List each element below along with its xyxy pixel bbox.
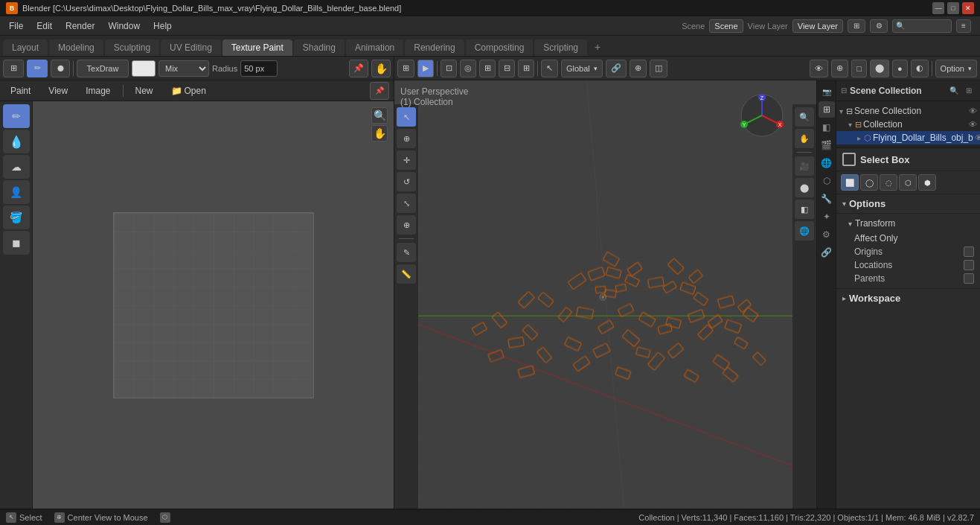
grid-btn[interactable]: ⊞ — [518, 60, 534, 77]
minimize-button[interactable]: — — [932, 2, 944, 14]
draw-tool-active[interactable]: ✏ — [27, 60, 48, 77]
pin-image-btn[interactable]: 📌 — [370, 82, 389, 100]
viewport-shading-wire[interactable]: □ — [851, 60, 867, 77]
locations-checkbox[interactable] — [964, 260, 974, 270]
rotate-tool[interactable]: ↺ — [397, 172, 416, 191]
transform-tool[interactable]: ⊕ — [397, 215, 416, 235]
options-header[interactable]: ▾ Options — [836, 194, 980, 214]
tab-uv-editing[interactable]: UV Editing — [161, 39, 221, 56]
image-menu[interactable]: Image — [80, 84, 116, 98]
select-box-icon-btn[interactable]: ⬜ — [841, 174, 859, 191]
viewport-3d[interactable]: ↖ ⊕ ✛ ↺ ⤡ ⊕ ✎ 📏 🔍 ✋ 🎥 ⬤ ◧ — [394, 80, 816, 509]
scene-properties-icon[interactable]: 🎬 — [819, 137, 835, 153]
render-properties-icon[interactable]: 📷 — [819, 83, 835, 100]
select-circle-btn[interactable]: ◯ — [860, 174, 878, 191]
viewport-shading-material[interactable]: ● — [892, 60, 908, 77]
origins-checkbox[interactable] — [964, 246, 974, 257]
view-layer-icon[interactable]: ◧ — [819, 119, 835, 136]
transform-header[interactable]: ▾ Transform — [848, 217, 974, 230]
particles-properties-icon[interactable]: ✦ — [819, 209, 835, 225]
collection-row[interactable]: ▾ ⊟ Collection 👁 — [836, 118, 980, 131]
outliner-options-btn[interactable]: ⊞ — [962, 84, 976, 98]
view-zoom-btn[interactable]: 🔍 — [795, 107, 814, 127]
viewport-shading-solid[interactable]: ⬤ — [870, 60, 889, 77]
menu-window[interactable]: Window — [102, 19, 146, 33]
scene-collection-row[interactable]: ▾ ⊟ Scene Collection 👁 — [836, 104, 980, 118]
cursor-btn[interactable]: ↖ — [541, 60, 558, 77]
select-mode-btn2[interactable]: ⬡ — [899, 174, 917, 191]
overlay-btn[interactable]: ⊟ — [499, 60, 515, 77]
color-swatch[interactable] — [132, 60, 156, 77]
clone-tool[interactable]: 👤 — [3, 180, 30, 204]
layout-toggle[interactable]: ⊞ — [848, 19, 865, 33]
tab-scripting[interactable]: Scripting — [534, 39, 587, 56]
draw-tool[interactable]: ✏ — [3, 104, 30, 128]
radius-input[interactable] — [240, 60, 278, 77]
output-properties-icon[interactable]: ⊞ — [819, 101, 835, 118]
uv-canvas[interactable]: 🔍 ✋ — [33, 101, 394, 509]
snap-magnet-btn[interactable]: 🔗 — [606, 60, 627, 77]
select-lasso-btn[interactable]: ◌ — [880, 174, 897, 191]
proportional2-btn[interactable]: ⊕ — [630, 60, 647, 77]
open-image-btn[interactable]: 📁Open — [165, 84, 212, 98]
workspace-header[interactable]: ▸ Workspace — [836, 289, 980, 308]
viewport-gizmo-btn[interactable]: ⊕ — [831, 60, 848, 77]
brush-name-btn[interactable]: TexDraw — [77, 60, 129, 77]
outliner-filter-btn[interactable]: 🔍 — [947, 84, 961, 98]
parents-checkbox[interactable] — [964, 273, 974, 284]
menu-help[interactable]: Help — [147, 19, 178, 33]
fill-tool[interactable]: 🪣 — [3, 206, 30, 229]
grab-btn[interactable]: ✋ — [371, 60, 391, 77]
modifier-properties-icon[interactable]: 🔧 — [819, 191, 835, 207]
world-properties-icon[interactable]: 🌐 — [819, 155, 835, 171]
view-layer-selector[interactable]: View Layer — [792, 19, 843, 33]
paint-menu[interactable]: Paint — [4, 84, 36, 98]
tab-compositing[interactable]: Compositing — [466, 39, 534, 56]
object-properties-icon[interactable]: ⬡ — [819, 173, 835, 189]
proportional-btn[interactable]: ◎ — [460, 60, 476, 77]
sc-eye[interactable]: 👁 — [969, 106, 977, 115]
search-bar[interactable]: 🔍 — [892, 19, 952, 33]
pin-btn[interactable]: 📌 — [349, 60, 368, 77]
menu-render[interactable]: Render — [60, 19, 100, 33]
view-grab-btn[interactable]: ✋ — [795, 129, 814, 148]
select-mode-btn[interactable]: ▶ — [417, 60, 434, 77]
snap-btn[interactable]: ⊡ — [441, 60, 457, 77]
object-visibility-btn[interactable]: ◧ — [795, 200, 814, 219]
select-mode-btn3[interactable]: ⬢ — [918, 174, 936, 191]
viewport-overlay[interactable]: 👁 — [810, 60, 828, 77]
mirror-btn[interactable]: ⊞ — [479, 60, 496, 77]
tool-btn-2[interactable]: ⬤ — [51, 60, 70, 77]
menu-file[interactable]: File — [3, 19, 29, 33]
scene-btn[interactable]: 🌐 — [795, 221, 814, 241]
ruler-tool[interactable]: 📏 — [397, 264, 416, 284]
tab-layout[interactable]: Layout — [3, 39, 48, 56]
menu-edit[interactable]: Edit — [31, 19, 58, 33]
tab-add[interactable]: + — [589, 38, 606, 56]
render-view-btn[interactable]: ⬤ — [795, 178, 814, 197]
object-row[interactable]: ▸ ⬡ Flying_Dollar_Bills_obj_b 👁 — [836, 131, 980, 144]
tab-rendering[interactable]: Rendering — [405, 39, 464, 56]
cursor-tool[interactable]: ⊕ — [397, 129, 416, 148]
mask-tool[interactable]: ◼ — [3, 231, 30, 255]
move-tool[interactable]: ✛ — [397, 150, 416, 170]
tab-animation[interactable]: Animation — [346, 39, 403, 56]
scene-selector[interactable]: Scene — [709, 19, 743, 33]
zoom-out-btn[interactable]: ✋ — [371, 125, 388, 141]
obj-eye[interactable]: 👁 — [975, 133, 980, 142]
transform-space-btn[interactable]: Global▾ — [561, 60, 603, 77]
close-button[interactable]: ✕ — [962, 2, 974, 14]
tab-shading[interactable]: Shading — [294, 39, 345, 56]
tab-sculpting[interactable]: Sculpting — [105, 39, 159, 56]
scale-tool[interactable]: ⤡ — [397, 194, 416, 213]
tab-texture-paint[interactable]: Texture Paint — [222, 39, 292, 56]
option-btn[interactable]: Option▾ — [935, 60, 977, 77]
physics-properties-icon[interactable]: ⚙ — [819, 226, 835, 243]
annotate-tool[interactable]: ✎ — [397, 243, 416, 262]
editor-type-btn[interactable]: ⊞ — [3, 60, 24, 77]
zoom-in-btn[interactable]: 🔍 — [371, 107, 388, 124]
viewport-shading-render[interactable]: ◐ — [911, 60, 929, 77]
more-options[interactable]: ≡ — [956, 19, 971, 33]
view-menu[interactable]: View — [42, 84, 74, 98]
xray-btn[interactable]: ◫ — [650, 60, 667, 77]
